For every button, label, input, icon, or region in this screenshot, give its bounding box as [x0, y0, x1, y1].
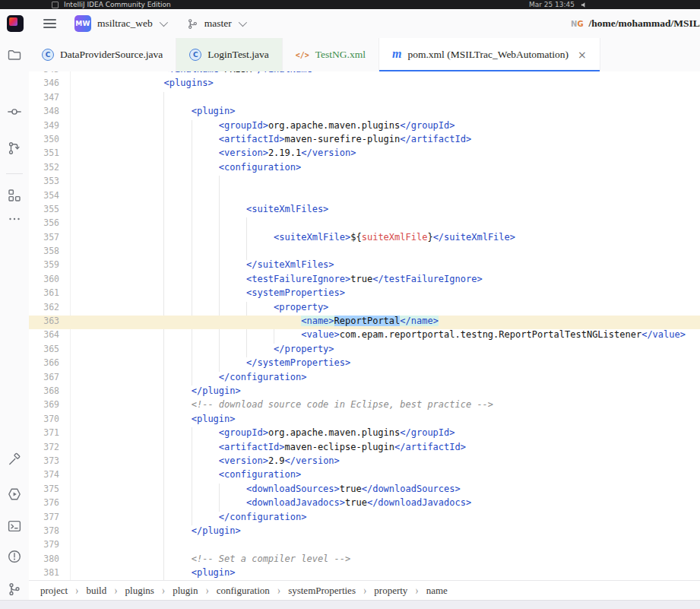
code-line[interactable]: 352 <configuration>: [29, 162, 700, 176]
commit-icon[interactable]: [7, 104, 22, 119]
services-play-icon[interactable]: [7, 487, 22, 502]
code-text: <artifactId>maven-eclipse-plugin</artifa…: [76, 442, 466, 455]
line-number: 376: [29, 497, 59, 511]
code-text: </plugin>: [76, 525, 241, 539]
project-name[interactable]: msiltrac_web: [97, 17, 153, 30]
problems-icon[interactable]: [7, 549, 22, 564]
code-line[interactable]: 370 <plugin>: [29, 414, 700, 427]
code-line[interactable]: 375 <downloadSources>true</downloadSourc…: [29, 484, 700, 497]
code-text: <value>com.epam.reportportal.testng.Repo…: [76, 329, 686, 343]
breadcrumb-separator-icon: ›: [363, 583, 366, 598]
code-text: <testFailureIgnore>true</testFailureIgno…: [76, 274, 483, 287]
xml-icon: </>: [296, 49, 309, 61]
code-text: <configuration>: [76, 162, 301, 176]
volume-icon: [581, 2, 588, 8]
code-text: </property>: [76, 344, 334, 357]
code-line[interactable]: 347: [29, 92, 700, 106]
code-line[interactable]: 380 <!-- Set a compiler level -->: [29, 553, 700, 567]
breadcrumb-item[interactable]: build: [86, 585, 106, 597]
tab-dataprovidersource.java[interactable]: CDataProviderSource.java: [29, 38, 176, 71]
code-text: </systemProperties>: [76, 357, 350, 371]
line-number: 359: [29, 259, 59, 273]
breadcrumb-item[interactable]: property: [374, 585, 407, 597]
breadcrumb-item[interactable]: systemProperties: [288, 585, 356, 597]
code-line[interactable]: 369 <!-- download source code in Eclipse…: [29, 399, 700, 413]
code-line[interactable]: 353: [29, 176, 700, 189]
code-line[interactable]: 350 <artifactId>maven-surefire-plugin</a…: [29, 134, 700, 147]
line-number: 353: [29, 176, 59, 189]
code-line[interactable]: 373 <version>2.9</version>: [29, 455, 700, 469]
code-line[interactable]: 371 <groupId>org.apache.maven.plugins</g…: [29, 427, 700, 441]
code-line[interactable]: 358: [29, 246, 700, 259]
breadcrumb-item[interactable]: plugins: [125, 585, 154, 597]
tab-label: TestNG.xml: [315, 49, 366, 61]
breadcrumb-item[interactable]: name: [426, 585, 448, 597]
close-icon[interactable]: ×: [578, 49, 587, 61]
tab-label: pom.xml (MSILTrac_WebAutomation): [407, 49, 569, 61]
breadcrumb-separator-icon: ›: [277, 583, 280, 598]
code-line[interactable]: 364 <value>com.epam.reportportal.testng.…: [29, 329, 700, 343]
code-line[interactable]: 376 <downloadJavadocs>true</downloadJava…: [29, 497, 700, 511]
code-line[interactable]: 362 <property>: [29, 302, 700, 316]
code-line[interactable]: 355 <suiteXmlFiles>: [29, 204, 700, 217]
breadcrumb-item[interactable]: configuration: [217, 585, 270, 597]
line-number: 368: [29, 385, 59, 399]
code-text: <!-- download source code in Eclipse, be…: [76, 399, 493, 413]
code-line[interactable]: 360 <testFailureIgnore>true</testFailure…: [29, 274, 700, 287]
code-line[interactable]: 368 </plugin>: [29, 385, 700, 399]
project-folder-icon[interactable]: [7, 47, 22, 62]
code-line[interactable]: 356: [29, 217, 700, 231]
code-line[interactable]: 367 </configuration>: [29, 372, 700, 385]
code-line[interactable]: 366 </systemProperties>: [29, 357, 700, 371]
code-line[interactable]: 361 <systemProperties>: [29, 287, 700, 301]
tab-logintest.java[interactable]: CLoginTest.java: [176, 38, 282, 71]
code-line[interactable]: 363 <name>ReportPortal</name>: [29, 316, 700, 329]
line-number: 377: [29, 512, 59, 525]
breadcrumb-item[interactable]: project: [40, 585, 68, 597]
code-line[interactable]: 378 </plugin>: [29, 525, 700, 539]
code-text: <version>2.19.1</version>: [76, 147, 356, 161]
build-hammer-icon[interactable]: [7, 452, 22, 468]
more-icon[interactable]: [7, 211, 22, 227]
code-line[interactable]: 377 </configuration>: [29, 512, 700, 525]
code-line[interactable]: 351 <version>2.19.1</version>: [29, 147, 700, 161]
line-number: 371: [29, 427, 59, 441]
code-line[interactable]: 372 <artifactId>maven-eclipse-plugin</ar…: [29, 442, 700, 455]
code-line[interactable]: 348 <plugin>: [29, 106, 700, 119]
git-branch-icon[interactable]: [7, 582, 22, 597]
branch-selector[interactable]: master: [187, 17, 245, 30]
line-number: 356: [29, 217, 59, 231]
pull-requests-icon[interactable]: [7, 141, 22, 156]
line-number: 362: [29, 302, 59, 316]
code-editor[interactable]: 345 <finalName>PRISM</finalName>346 <plu…: [29, 71, 700, 580]
line-number: 360: [29, 274, 59, 287]
code-text: <plugin>: [76, 414, 236, 427]
run-configuration[interactable]: NG /home/mohammad/MSIL/msil: [571, 17, 700, 30]
main-menu-icon[interactable]: [43, 19, 56, 28]
code-line[interactable]: 374 <configuration>: [29, 469, 700, 483]
line-number: 381: [29, 567, 59, 580]
tab-label: LoginTest.java: [207, 49, 268, 61]
project-badge[interactable]: MW: [74, 15, 91, 32]
breadcrumb-item[interactable]: plugin: [173, 585, 198, 597]
code-line[interactable]: 381 <plugin>: [29, 567, 700, 580]
code-text: <!-- Set a compiler level -->: [76, 553, 350, 567]
line-number: 373: [29, 455, 59, 469]
code-line[interactable]: 346 <plugins>: [29, 78, 700, 91]
editor-tab-bar: CDataProviderSource.javaCLoginTest.java<…: [29, 38, 700, 72]
tab-testng.xml[interactable]: </>TestNG.xml: [283, 38, 379, 71]
chevron-down-icon[interactable]: [159, 18, 167, 27]
testng-icon: NG: [571, 20, 584, 28]
structure-icon[interactable]: [7, 188, 22, 203]
code-line[interactable]: 365 </property>: [29, 344, 700, 357]
code-line[interactable]: 379: [29, 539, 700, 553]
code-line[interactable]: 357 <suiteXmlFile>${suiteXmlFile}</suite…: [29, 232, 700, 246]
code-line[interactable]: 345 <finalName>PRISM</finalName>: [29, 71, 700, 78]
line-number: 378: [29, 525, 59, 539]
code-line[interactable]: 349 <groupId>org.apache.maven.plugins</g…: [29, 120, 700, 134]
terminal-icon[interactable]: [7, 519, 22, 534]
code-line[interactable]: 354: [29, 190, 700, 204]
code-line[interactable]: 359 </suiteXmlFiles>: [29, 259, 700, 273]
intellij-logo-icon[interactable]: [7, 15, 24, 32]
tab-pom.xml[interactable]: mpom.xml (MSILTrac_WebAutomation)×: [379, 38, 600, 71]
